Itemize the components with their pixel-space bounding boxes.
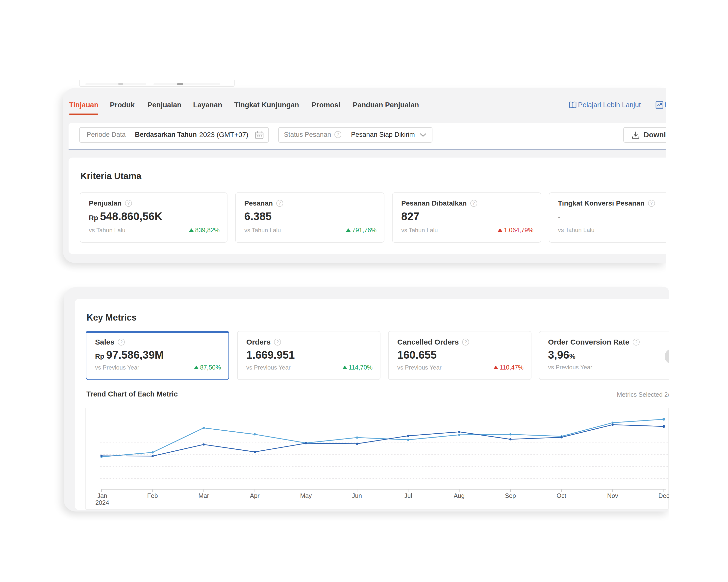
svg-text:Dec: Dec (658, 492, 669, 499)
svg-text:Aug: Aug (454, 492, 465, 499)
svg-text:Sep: Sep (505, 492, 516, 499)
svg-text:Jul: Jul (404, 492, 412, 499)
svg-text:Apr: Apr (250, 492, 260, 499)
svg-text:2024: 2024 (95, 499, 109, 506)
svg-text:Jun: Jun (352, 492, 362, 499)
svg-text:Oct: Oct (557, 492, 566, 499)
svg-text:Mar: Mar (198, 492, 209, 499)
svg-text:Nov: Nov (607, 492, 618, 499)
svg-text:Feb: Feb (147, 492, 158, 499)
svg-text:May: May (300, 492, 312, 499)
svg-text:Jan: Jan (97, 492, 107, 499)
